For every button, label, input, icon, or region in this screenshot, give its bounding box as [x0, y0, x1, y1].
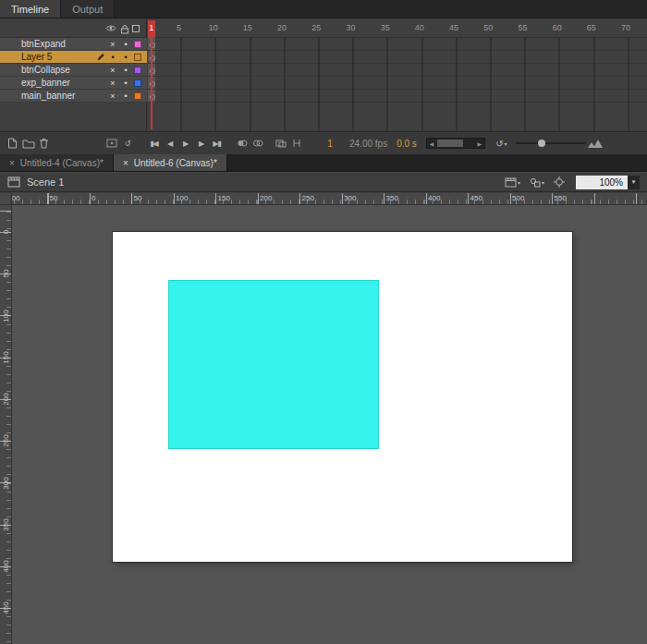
modify-markers-button[interactable]	[289, 135, 303, 152]
scroll-left-icon[interactable]: ◀	[427, 140, 436, 147]
layer-visibility-toggle[interactable]: •	[106, 52, 119, 63]
pasteboard[interactable]: 10050050100150200250300350400450500550 0…	[0, 193, 647, 644]
timeline-zoom-slider[interactable]	[516, 137, 586, 150]
layer-lock-toggle[interactable]: •	[119, 91, 132, 102]
frame-ruler[interactable]: 1510152025303540455055606570	[148, 18, 647, 38]
scene-name[interactable]: Scene 1	[27, 176, 64, 188]
layer-visibility-toggle[interactable]: ×	[106, 65, 119, 76]
tab-output-label: Output	[72, 4, 103, 15]
lock-icon[interactable]	[120, 24, 129, 34]
frame-view-button[interactable]	[588, 135, 603, 152]
scrollbar-track[interactable]	[436, 139, 475, 148]
document-tab-label: Untitled-6 (Canvas)*	[134, 158, 217, 168]
layer-outline-color[interactable]	[134, 67, 141, 74]
layer-name: Layer 5	[21, 52, 95, 62]
layer-outline-color[interactable]	[134, 41, 141, 48]
scene-clapperboard-icon	[7, 176, 20, 188]
edit-symbols-button[interactable]: ▾	[530, 177, 544, 188]
ruler-label: 200	[0, 394, 12, 406]
layer-outline-color[interactable]	[134, 54, 141, 61]
timeline-frames: 1510152025303540455055606570	[148, 18, 647, 131]
slider-thumb[interactable]	[538, 140, 545, 147]
edit-multiple-frames-button[interactable]	[274, 135, 287, 152]
timeline-scrollbar[interactable]: ◀ ▶	[426, 138, 485, 149]
ruler-label: 250	[302, 194, 314, 202]
new-layer-icon	[6, 138, 18, 149]
frame-number: 35	[381, 23, 390, 32]
edit-scene-icon	[505, 177, 517, 188]
layer-list-header	[0, 18, 146, 38]
step-back-button[interactable]: ◀	[163, 135, 177, 152]
edit-scene-button[interactable]: ▾	[505, 177, 520, 188]
tab-timeline-label: Timeline	[11, 4, 49, 15]
zoom-dropdown-button[interactable]: ▾	[628, 176, 640, 189]
onion-skin-outlines-icon	[252, 139, 263, 148]
frame-number: 30	[346, 23, 355, 32]
ruler-label: 0	[0, 226, 12, 238]
reset-timeline-zoom-button[interactable]: ↺▾	[494, 135, 508, 152]
ruler-label: 500	[512, 194, 524, 202]
play-button[interactable]: ▶	[178, 135, 192, 152]
edit-bar: Scene 1 ▾ ▾ 100% ▾	[0, 172, 647, 192]
onion-skin-icon	[237, 139, 248, 148]
step-forward-button[interactable]: ▶	[194, 135, 208, 152]
ruler-label: 50	[50, 194, 58, 202]
trash-icon	[39, 138, 49, 149]
loop-button[interactable]: ↺	[120, 135, 134, 152]
close-tab-icon[interactable]: ×	[9, 158, 15, 168]
current-frame-display: 1	[318, 139, 342, 149]
ruler-label: 100	[176, 194, 188, 202]
document-tab[interactable]: ×Untitled-6 (Canvas)*	[114, 154, 227, 171]
outline-icon[interactable]	[132, 25, 140, 32]
layer-outline-color[interactable]	[134, 79, 141, 87]
layer-lock-toggle[interactable]: •	[119, 78, 132, 89]
zoom-level-select[interactable]: 100%	[576, 176, 628, 189]
close-tab-icon[interactable]: ×	[123, 158, 128, 168]
document-tab[interactable]: ×Untitled-4 (Canvas)*	[0, 154, 114, 171]
ruler-label: 50	[134, 194, 142, 202]
layer-row[interactable]: exp_banner×•	[0, 77, 147, 90]
show-hide-icon[interactable]	[105, 24, 116, 32]
frame-number: 50	[483, 23, 493, 32]
center-frame-icon	[106, 139, 117, 148]
delete-layer-button[interactable]	[37, 135, 51, 152]
ruler-label: 350	[386, 194, 398, 202]
go-to-last-frame-button[interactable]: ▶▮	[210, 135, 224, 152]
layer-row[interactable]: Layer 5••	[0, 51, 147, 64]
frame-number: 15	[243, 23, 252, 32]
layer-row[interactable]: btnExpand×•	[0, 38, 147, 51]
tab-output[interactable]: Output	[61, 0, 115, 18]
new-layer-button[interactable]	[6, 135, 19, 152]
go-to-first-frame-button[interactable]: ▮◀	[147, 135, 161, 152]
tab-timeline[interactable]: Timeline	[0, 0, 61, 18]
frame-number: 1	[149, 23, 153, 32]
ruler-label: 400	[0, 561, 12, 573]
frame-rate-display[interactable]: 24.00 fps	[349, 139, 387, 149]
ruler-label: 400	[428, 194, 440, 202]
onion-skin-button[interactable]	[235, 135, 249, 152]
layer-visibility-toggle[interactable]: ×	[106, 39, 119, 50]
flash-window: Timeline Output btnExpand×•Layer 5••btnC…	[0, 0, 647, 644]
layer-visibility-toggle[interactable]: ×	[106, 91, 119, 102]
new-folder-button[interactable]	[21, 135, 35, 152]
stage-rectangle[interactable]	[168, 280, 379, 449]
layer-lock-toggle[interactable]: •	[119, 65, 132, 76]
layer-lock-toggle[interactable]: •	[119, 39, 132, 50]
scrollbar-thumb[interactable]	[437, 140, 463, 147]
layer-row[interactable]: main_banner×•	[0, 90, 147, 103]
pencil-icon	[95, 53, 106, 62]
stage-canvas[interactable]	[113, 232, 572, 562]
frame-number: 65	[587, 23, 596, 32]
center-stage-button[interactable]	[554, 176, 565, 188]
frame-number: 60	[553, 23, 562, 32]
layer-lock-toggle[interactable]: •	[119, 52, 132, 63]
onion-skin-outlines-button[interactable]	[250, 135, 264, 152]
layer-row[interactable]: btnCollapse×•	[0, 64, 147, 77]
ruler-label: 200	[260, 194, 272, 202]
elapsed-time-display[interactable]: 0.0 s	[397, 139, 417, 149]
layer-visibility-toggle[interactable]: ×	[106, 78, 119, 89]
frame-number: 25	[311, 23, 321, 32]
scroll-right-icon[interactable]: ▶	[475, 140, 484, 147]
layer-outline-color[interactable]	[134, 92, 141, 100]
center-frame-button[interactable]	[104, 135, 118, 152]
